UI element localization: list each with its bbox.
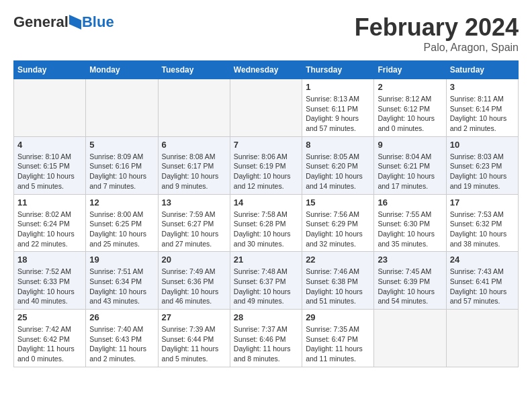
day-number: 8: [306, 140, 370, 150]
day-info: Sunrise: 7:52 AMSunset: 6:33 PMDaylight:…: [17, 267, 82, 306]
day-number: 15: [306, 197, 370, 208]
calendar-cell: [14, 79, 86, 137]
calendar-table: Sunday Monday Tuesday Wednesday Thursday…: [13, 60, 519, 367]
day-number: 20: [162, 255, 226, 265]
calendar-cell: 21Sunrise: 7:48 AMSunset: 6:37 PMDayligh…: [230, 252, 302, 310]
day-number: 27: [162, 312, 226, 322]
calendar-cell: 15Sunrise: 7:56 AMSunset: 6:29 PMDayligh…: [302, 194, 374, 252]
day-info: Sunrise: 7:42 AMSunset: 6:42 PMDaylight:…: [17, 324, 82, 364]
calendar-cell: 9Sunrise: 8:04 AMSunset: 6:21 PMDaylight…: [374, 136, 446, 194]
header-row: Sunday Monday Tuesday Wednesday Thursday…: [14, 61, 519, 79]
month-title: February 2024: [355, 13, 519, 42]
day-info: Sunrise: 7:55 AMSunset: 6:30 PMDaylight:…: [378, 210, 442, 249]
header-friday: Friday: [374, 61, 446, 79]
day-number: 17: [450, 197, 515, 208]
calendar-cell: 27Sunrise: 7:39 AMSunset: 6:44 PMDayligh…: [158, 310, 230, 367]
header-thursday: Thursday: [302, 61, 374, 79]
calendar-week-4: 18Sunrise: 7:52 AMSunset: 6:33 PMDayligh…: [14, 252, 519, 310]
day-info: Sunrise: 7:53 AMSunset: 6:32 PMDaylight:…: [450, 210, 515, 249]
day-number: 12: [89, 197, 154, 208]
day-info: Sunrise: 7:48 AMSunset: 6:37 PMDaylight:…: [234, 267, 298, 306]
logo-icon: [69, 15, 81, 30]
calendar-cell: 10Sunrise: 8:03 AMSunset: 6:23 PMDayligh…: [446, 136, 518, 194]
day-info: Sunrise: 8:13 AMSunset: 6:11 PMDaylight:…: [306, 94, 370, 134]
logo-blue-text: Blue: [82, 13, 114, 31]
header-saturday: Saturday: [446, 61, 518, 79]
day-number: 22: [306, 255, 370, 265]
day-number: 1: [306, 82, 370, 92]
day-number: 14: [234, 197, 298, 208]
day-number: 29: [306, 312, 370, 322]
calendar-cell: 3Sunrise: 8:11 AMSunset: 6:14 PMDaylight…: [446, 79, 518, 137]
day-info: Sunrise: 7:39 AMSunset: 6:44 PMDaylight:…: [162, 324, 226, 364]
calendar-cell: 26Sunrise: 7:40 AMSunset: 6:43 PMDayligh…: [86, 310, 158, 367]
calendar-cell: 17Sunrise: 7:53 AMSunset: 6:32 PMDayligh…: [446, 194, 518, 252]
header-sunday: Sunday: [14, 61, 86, 79]
calendar-cell: [374, 310, 446, 367]
day-info: Sunrise: 7:43 AMSunset: 6:41 PMDaylight:…: [450, 267, 515, 306]
calendar-cell: 24Sunrise: 7:43 AMSunset: 6:41 PMDayligh…: [446, 252, 518, 310]
calendar-cell: [158, 79, 230, 137]
day-number: 5: [89, 140, 154, 150]
calendar-cell: 4Sunrise: 8:10 AMSunset: 6:15 PMDaylight…: [14, 136, 86, 194]
calendar-cell: 13Sunrise: 7:59 AMSunset: 6:27 PMDayligh…: [158, 194, 230, 252]
calendar-cell: 22Sunrise: 7:46 AMSunset: 6:38 PMDayligh…: [302, 252, 374, 310]
calendar-cell: 2Sunrise: 8:12 AMSunset: 6:12 PMDaylight…: [374, 79, 446, 137]
day-info: Sunrise: 8:00 AMSunset: 6:25 PMDaylight:…: [89, 210, 154, 249]
day-info: Sunrise: 8:04 AMSunset: 6:21 PMDaylight:…: [378, 152, 442, 191]
day-number: 6: [162, 140, 226, 150]
header-wednesday: Wednesday: [230, 61, 302, 79]
page-header: General Blue February 2024 Palo, Aragon,…: [13, 13, 519, 54]
day-number: 23: [378, 255, 442, 265]
day-number: 11: [17, 197, 82, 208]
day-info: Sunrise: 7:35 AMSunset: 6:47 PMDaylight:…: [306, 324, 370, 364]
calendar-cell: 11Sunrise: 8:02 AMSunset: 6:24 PMDayligh…: [14, 194, 86, 252]
calendar-cell: 1Sunrise: 8:13 AMSunset: 6:11 PMDaylight…: [302, 79, 374, 137]
calendar-cell: 14Sunrise: 7:58 AMSunset: 6:28 PMDayligh…: [230, 194, 302, 252]
day-info: Sunrise: 8:12 AMSunset: 6:12 PMDaylight:…: [378, 94, 442, 134]
day-info: Sunrise: 8:10 AMSunset: 6:15 PMDaylight:…: [17, 152, 82, 191]
logo: General Blue: [13, 13, 114, 31]
calendar-cell: 19Sunrise: 7:51 AMSunset: 6:34 PMDayligh…: [86, 252, 158, 310]
calendar-cell: 28Sunrise: 7:37 AMSunset: 6:46 PMDayligh…: [230, 310, 302, 367]
day-number: 16: [378, 197, 442, 208]
svg-marker-0: [69, 15, 81, 30]
header-tuesday: Tuesday: [158, 61, 230, 79]
day-info: Sunrise: 7:58 AMSunset: 6:28 PMDaylight:…: [234, 210, 298, 249]
day-info: Sunrise: 7:46 AMSunset: 6:38 PMDaylight:…: [306, 267, 370, 306]
calendar-body: 1Sunrise: 8:13 AMSunset: 6:11 PMDaylight…: [14, 79, 519, 367]
day-number: 2: [378, 82, 442, 92]
day-number: 25: [17, 312, 82, 322]
day-info: Sunrise: 7:45 AMSunset: 6:39 PMDaylight:…: [378, 267, 442, 306]
calendar-cell: 6Sunrise: 8:08 AMSunset: 6:17 PMDaylight…: [158, 136, 230, 194]
day-number: 18: [17, 255, 82, 265]
day-number: 13: [162, 197, 226, 208]
day-number: 26: [89, 312, 154, 322]
day-info: Sunrise: 8:02 AMSunset: 6:24 PMDaylight:…: [17, 210, 82, 249]
header-monday: Monday: [86, 61, 158, 79]
day-number: 7: [234, 140, 298, 150]
calendar-cell: 12Sunrise: 8:00 AMSunset: 6:25 PMDayligh…: [86, 194, 158, 252]
day-info: Sunrise: 8:08 AMSunset: 6:17 PMDaylight:…: [162, 152, 226, 191]
calendar-week-3: 11Sunrise: 8:02 AMSunset: 6:24 PMDayligh…: [14, 194, 519, 252]
day-info: Sunrise: 7:37 AMSunset: 6:46 PMDaylight:…: [234, 324, 298, 364]
day-info: Sunrise: 7:49 AMSunset: 6:36 PMDaylight:…: [162, 267, 226, 306]
logo-general-text: General: [13, 13, 69, 31]
day-info: Sunrise: 8:03 AMSunset: 6:23 PMDaylight:…: [450, 152, 515, 191]
calendar-week-5: 25Sunrise: 7:42 AMSunset: 6:42 PMDayligh…: [14, 310, 519, 367]
calendar-cell: 8Sunrise: 8:05 AMSunset: 6:20 PMDaylight…: [302, 136, 374, 194]
day-number: 9: [378, 140, 442, 150]
day-info: Sunrise: 7:56 AMSunset: 6:29 PMDaylight:…: [306, 210, 370, 249]
location: Palo, Aragon, Spain: [355, 42, 519, 54]
calendar-cell: 29Sunrise: 7:35 AMSunset: 6:47 PMDayligh…: [302, 310, 374, 367]
day-number: 4: [17, 140, 82, 150]
calendar-cell: [230, 79, 302, 137]
day-info: Sunrise: 7:40 AMSunset: 6:43 PMDaylight:…: [89, 324, 154, 364]
calendar-cell: [446, 310, 518, 367]
day-info: Sunrise: 7:51 AMSunset: 6:34 PMDaylight:…: [89, 267, 154, 306]
calendar-cell: 23Sunrise: 7:45 AMSunset: 6:39 PMDayligh…: [374, 252, 446, 310]
calendar-cell: [86, 79, 158, 137]
day-info: Sunrise: 8:09 AMSunset: 6:16 PMDaylight:…: [89, 152, 154, 191]
day-number: 24: [450, 255, 515, 265]
calendar-week-1: 1Sunrise: 8:13 AMSunset: 6:11 PMDaylight…: [14, 79, 519, 137]
